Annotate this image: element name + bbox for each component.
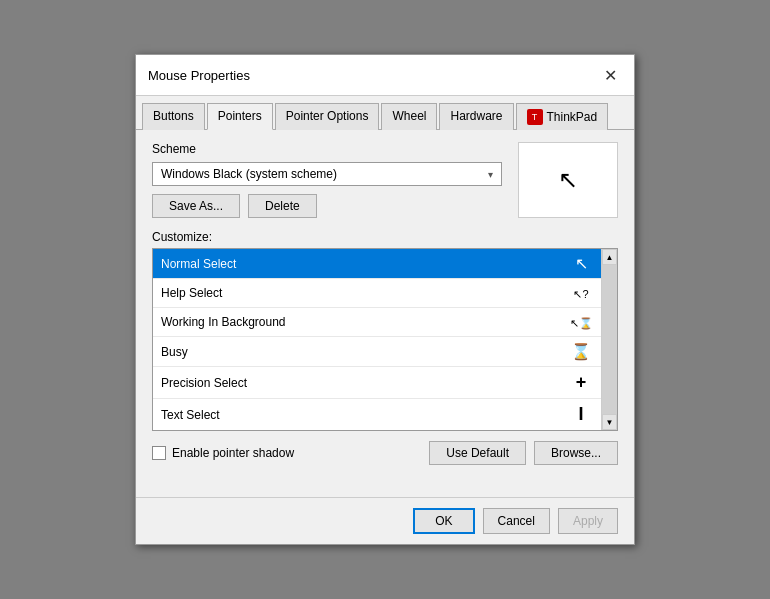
dialog-title: Mouse Properties: [148, 68, 250, 83]
pointer-shadow-label: Enable pointer shadow: [172, 446, 294, 460]
list-item-label: Help Select: [161, 286, 222, 300]
save-as-button[interactable]: Save As...: [152, 194, 240, 218]
list-item-label: Text Select: [161, 408, 220, 422]
cancel-button[interactable]: Cancel: [483, 508, 550, 534]
list-item-label: Normal Select: [161, 257, 236, 271]
precision-select-icon: [569, 372, 593, 393]
tab-bar: Buttons Pointers Pointer Options Wheel H…: [136, 96, 634, 130]
tab-pointer-options[interactable]: Pointer Options: [275, 103, 380, 130]
scroll-down-arrow[interactable]: ▼: [602, 414, 617, 430]
tab-hardware[interactable]: Hardware: [439, 103, 513, 130]
text-select-icon: [569, 404, 593, 425]
browse-button[interactable]: Browse...: [534, 441, 618, 465]
working-background-icon: [569, 313, 593, 331]
apply-button[interactable]: Apply: [558, 508, 618, 534]
list-items-container: Normal Select Help Select Working In Bac…: [153, 249, 601, 430]
list-item[interactable]: Precision Select: [153, 367, 601, 399]
mouse-properties-dialog: Mouse Properties ✕ Buttons Pointers Poin…: [135, 54, 635, 545]
customize-list: Normal Select Help Select Working In Bac…: [152, 248, 618, 431]
pointer-shadow-checkbox[interactable]: [152, 446, 166, 460]
ok-button[interactable]: OK: [413, 508, 474, 534]
tab-wheel[interactable]: Wheel: [381, 103, 437, 130]
list-item-label: Precision Select: [161, 376, 247, 390]
scroll-up-arrow[interactable]: ▲: [602, 249, 617, 265]
scrollbar[interactable]: ▲ ▼: [601, 249, 617, 430]
title-bar: Mouse Properties ✕: [136, 55, 634, 96]
dialog-footer: OK Cancel Apply: [136, 497, 634, 544]
close-button[interactable]: ✕: [598, 63, 622, 87]
scheme-buttons: Save As... Delete: [152, 194, 502, 218]
scheme-selected-value: Windows Black (system scheme): [161, 167, 337, 181]
scheme-left: Scheme Windows Black (system scheme) ▾ S…: [152, 142, 502, 218]
list-item[interactable]: Text Select: [153, 399, 601, 430]
scroll-track[interactable]: [602, 265, 617, 414]
cursor-preview-area: ↖: [518, 142, 618, 218]
customize-label: Customize:: [152, 230, 618, 244]
cursor-preview-icon: ↖: [558, 166, 578, 194]
list-item-label: Busy: [161, 345, 188, 359]
scheme-section: Scheme Windows Black (system scheme) ▾ S…: [152, 142, 618, 218]
tab-thinkpad[interactable]: T ThinkPad: [516, 103, 609, 130]
scheme-label: Scheme: [152, 142, 502, 156]
tab-buttons[interactable]: Buttons: [142, 103, 205, 130]
delete-button[interactable]: Delete: [248, 194, 317, 218]
list-item[interactable]: Help Select: [153, 279, 601, 308]
use-default-button[interactable]: Use Default: [429, 441, 526, 465]
tab-pointers[interactable]: Pointers: [207, 103, 273, 130]
list-item-label: Working In Background: [161, 315, 286, 329]
thinkpad-icon: T: [527, 109, 543, 125]
help-select-icon: [569, 284, 593, 302]
pointer-shadow-checkbox-label[interactable]: Enable pointer shadow: [152, 446, 294, 460]
list-item[interactable]: Working In Background: [153, 308, 601, 337]
normal-select-icon: [569, 254, 593, 273]
list-item[interactable]: Busy: [153, 337, 601, 367]
shadow-row: Enable pointer shadow Use Default Browse…: [152, 441, 618, 465]
tab-content: Scheme Windows Black (system scheme) ▾ S…: [136, 130, 634, 497]
busy-icon: [569, 342, 593, 361]
action-buttons: Use Default Browse...: [429, 441, 618, 465]
scheme-dropdown[interactable]: Windows Black (system scheme) ▾: [152, 162, 502, 186]
list-item[interactable]: Normal Select: [153, 249, 601, 279]
chevron-down-icon: ▾: [488, 169, 493, 180]
